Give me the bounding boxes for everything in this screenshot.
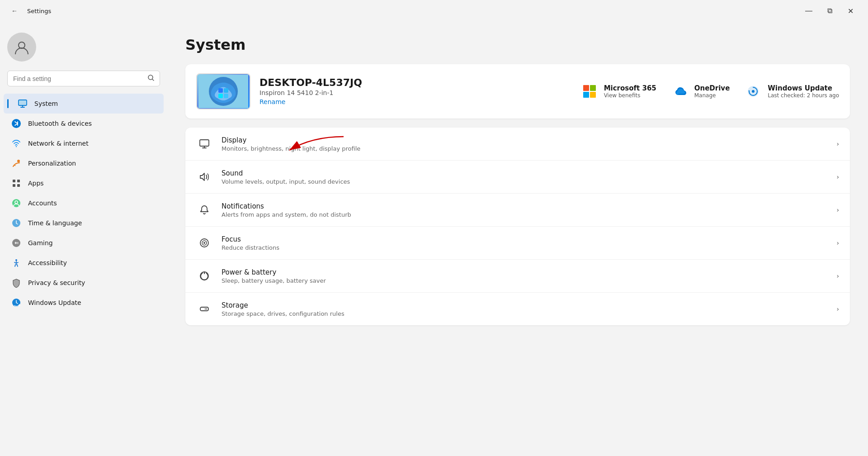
setting-focus[interactable]: Focus Reduce distractions › (185, 227, 850, 260)
svg-rect-11 (17, 180, 20, 182)
sidebar-item-accounts[interactable]: Accounts (4, 193, 164, 213)
device-model: Inspiron 14 5410 2-in-1 (259, 89, 571, 96)
network-icon (11, 138, 22, 149)
storage-desc: Storage space, drives, configuration rul… (222, 310, 827, 317)
ms365-icon (580, 82, 599, 100)
sidebar-item-time-label: Time & language (28, 219, 82, 227)
setting-sound[interactable]: Sound Volume levels, output, input, soun… (185, 161, 850, 194)
storage-title: Storage (222, 301, 827, 309)
back-button[interactable]: ← (7, 4, 22, 18)
ms365-text: Microsoft 365 View benefits (604, 84, 656, 99)
action-ms365[interactable]: Microsoft 365 View benefits (580, 82, 656, 100)
search-box[interactable] (7, 71, 160, 86)
bluetooth-icon (11, 118, 22, 129)
sidebar-item-apps-label: Apps (28, 180, 44, 187)
sidebar-item-privacy[interactable]: Privacy & security (4, 273, 164, 293)
svg-point-20 (18, 242, 19, 243)
winupdate-action-sub: Last checked: 2 hours ago (768, 92, 839, 99)
close-button[interactable]: ✕ (840, 4, 861, 18)
rename-link[interactable]: Rename (259, 98, 285, 105)
display-icon (196, 136, 212, 152)
time-icon (11, 218, 22, 228)
minimize-button[interactable]: — (798, 4, 819, 18)
notifications-icon (196, 202, 212, 218)
search-icon (148, 75, 154, 82)
sidebar-item-apps[interactable]: Apps (4, 173, 164, 193)
notifications-desc: Alerts from apps and system, do not dist… (222, 211, 827, 218)
app-container: System Bluetooth & devices Network & (0, 22, 868, 456)
svg-rect-27 (224, 88, 228, 93)
svg-rect-13 (17, 184, 20, 187)
svg-point-22 (15, 259, 17, 261)
storage-chevron: › (836, 305, 839, 313)
sidebar-item-bluetooth[interactable]: Bluetooth & devices (4, 114, 164, 133)
action-onedrive[interactable]: OneDrive Manage (671, 82, 730, 100)
sidebar-item-gaming[interactable]: Gaming (4, 233, 164, 253)
ms365-sub: View benefits (604, 92, 656, 99)
svg-point-21 (18, 243, 19, 244)
sound-desc: Volume levels, output, input, sound devi… (222, 178, 827, 185)
sidebar-item-system[interactable]: System (4, 94, 164, 114)
setting-power[interactable]: Power & battery Sleep, battery usage, ba… (185, 260, 850, 293)
sidebar-item-accessibility[interactable]: Accessibility (4, 253, 164, 273)
svg-point-0 (19, 42, 25, 48)
onedrive-sub: Manage (694, 92, 730, 99)
page-title: System (185, 36, 850, 53)
apps-icon (11, 178, 22, 189)
svg-point-38 (203, 242, 205, 244)
onedrive-label: OneDrive (694, 84, 730, 92)
ms365-label: Microsoft 365 (604, 84, 656, 92)
sidebar-item-personalization[interactable]: Personalization (4, 153, 164, 173)
windows-update-icon (11, 297, 22, 308)
sidebar-item-bluetooth-label: Bluetooth & devices (28, 120, 92, 127)
svg-rect-33 (200, 140, 209, 146)
avatar[interactable] (7, 33, 36, 62)
notifications-chevron: › (836, 206, 839, 214)
onedrive-text: OneDrive Manage (694, 84, 730, 99)
window-controls: — ⧉ ✕ (798, 4, 861, 18)
sidebar-item-time[interactable]: Time & language (4, 213, 164, 233)
power-info: Power & battery Sleep, battery usage, ba… (222, 268, 827, 284)
privacy-icon (11, 277, 22, 288)
notifications-info: Notifications Alerts from apps and syste… (222, 202, 827, 218)
device-actions: Microsoft 365 View benefits OneDrive (580, 82, 839, 100)
setting-notifications[interactable]: Notifications Alerts from apps and syste… (185, 194, 850, 227)
search-input[interactable] (13, 75, 144, 82)
power-icon (196, 268, 212, 284)
titlebar: ← Settings — ⧉ ✕ (0, 0, 868, 22)
action-winupdate[interactable]: Windows Update Last checked: 2 hours ago (744, 82, 839, 100)
sound-chevron: › (836, 173, 839, 180)
power-chevron: › (836, 272, 839, 280)
focus-desc: Reduce distractions (222, 244, 827, 251)
sidebar-item-winupdate[interactable]: Windows Update (4, 293, 164, 313)
sound-info: Sound Volume levels, output, input, soun… (222, 169, 827, 185)
sidebar-item-accessibility-label: Accessibility (28, 259, 67, 266)
svg-rect-29 (224, 94, 228, 98)
display-info: Display Monitors, brightness, night ligh… (222, 136, 827, 152)
winupdate-action-icon (744, 82, 762, 100)
device-name: DESKTOP-4L537JQ (259, 77, 571, 88)
content-area: System DESKTOP-4L537JQ (167, 22, 868, 456)
svg-rect-28 (218, 94, 223, 98)
focus-chevron: › (836, 239, 839, 247)
accounts-icon (11, 198, 22, 209)
device-image (196, 73, 250, 109)
storage-icon (196, 301, 212, 317)
setting-display[interactable]: Display Monitors, brightness, night ligh… (185, 128, 850, 161)
gaming-icon (11, 238, 22, 248)
svg-rect-26 (218, 88, 223, 93)
winupdate-action-label: Windows Update (768, 84, 839, 92)
setting-storage[interactable]: Storage Storage space, drives, configura… (185, 293, 850, 325)
titlebar-left: ← Settings (7, 4, 51, 18)
sound-title: Sound (222, 169, 827, 177)
restore-button[interactable]: ⧉ (819, 4, 840, 18)
sidebar-item-network[interactable]: Network & internet (4, 133, 164, 153)
accessibility-icon (11, 257, 22, 268)
svg-rect-4 (19, 100, 27, 105)
storage-info: Storage Storage space, drives, configura… (222, 301, 827, 317)
winupdate-action-text: Windows Update Last checked: 2 hours ago (768, 84, 839, 99)
device-card: DESKTOP-4L537JQ Inspiron 14 5410 2-in-1 … (185, 64, 850, 119)
power-title: Power & battery (222, 268, 827, 276)
sidebar-item-accounts-label: Accounts (28, 200, 57, 207)
svg-point-31 (752, 90, 755, 93)
